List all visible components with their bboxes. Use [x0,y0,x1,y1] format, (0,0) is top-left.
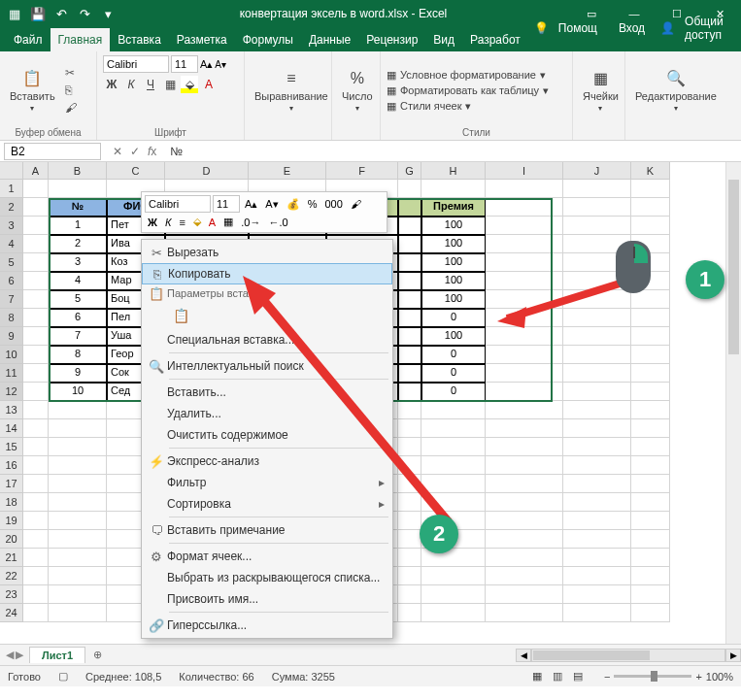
ctx-comment[interactable]: 🗨Вставить примечание [142,519,392,541]
font-name-select[interactable] [103,55,169,73]
underline-button[interactable]: Ч [142,76,159,93]
cell[interactable] [563,512,631,530]
column-header[interactable]: F [326,162,398,180]
shrink-font-icon[interactable]: A▾ [215,59,226,70]
cell[interactable] [563,180,631,198]
cell[interactable] [563,346,631,364]
cell[interactable] [631,198,670,217]
cell[interactable] [49,493,107,512]
tab-insert[interactable]: Вставка [110,28,169,51]
cell[interactable]: 5 [49,290,107,309]
cell[interactable]: 10 [49,383,107,401]
cell[interactable] [421,604,486,622]
paste-option-default-icon[interactable]: 📋 [169,304,192,327]
cells-button[interactable]: ▦ Ячейки ▾ [579,67,623,115]
row-header[interactable]: 24 [0,604,23,622]
cell[interactable] [23,419,49,438]
cell[interactable] [631,180,670,198]
mini-border-icon[interactable]: ▦ [220,215,236,229]
tab-review[interactable]: Рецензир [358,28,425,51]
row-header[interactable]: 3 [0,217,23,235]
ctx-dropdown[interactable]: Выбрать из раскрывающегося списка... [142,567,392,588]
ctx-copy[interactable]: ⎘Копировать [142,263,392,284]
mini-dec-inc-icon[interactable]: .0→ [238,216,263,229]
cell[interactable] [563,401,631,419]
row-header[interactable]: 12 [0,383,23,401]
cell[interactable] [421,456,486,475]
cell[interactable] [23,309,49,327]
row-header[interactable]: 15 [0,438,23,456]
cell[interactable] [631,530,670,549]
cell[interactable] [49,401,107,419]
cell[interactable] [23,180,49,198]
cell[interactable] [398,290,421,309]
cell[interactable] [486,290,563,309]
cell[interactable] [23,346,49,364]
ctx-hyperlink[interactable]: 🔗Гиперссылка... [142,615,392,636]
cell[interactable] [23,438,49,456]
cell[interactable] [631,585,670,604]
cell[interactable] [563,438,631,456]
font-color-button[interactable]: A [200,76,218,93]
cell[interactable]: 4 [49,272,107,290]
column-header[interactable]: K [631,162,670,180]
view-page-break-icon[interactable]: ▤ [569,670,587,682]
cell[interactable] [23,512,49,530]
qat-more-icon[interactable]: ▾ [99,5,117,22]
cell[interactable] [631,567,670,585]
zoom-in-icon[interactable]: + [695,671,701,683]
cancel-formula-icon[interactable]: ✕ [113,145,122,158]
cell[interactable] [563,217,631,235]
cell[interactable]: 100 [421,290,486,309]
cell[interactable] [398,198,421,217]
cell[interactable] [23,401,49,419]
cell[interactable] [398,235,421,253]
view-normal-icon[interactable]: ▦ [528,670,546,682]
cell[interactable] [398,272,421,290]
row-header[interactable]: 6 [0,272,23,290]
cell[interactable] [563,309,631,327]
cell[interactable] [23,493,49,512]
cell[interactable] [563,530,631,549]
cell[interactable] [49,419,107,438]
add-sheet-icon[interactable]: ⊕ [85,649,110,661]
cell[interactable] [49,456,107,475]
ctx-cut[interactable]: ✂Вырезать [142,242,392,263]
tab-layout[interactable]: Разметка [169,28,235,51]
ctx-filter[interactable]: Фильтр▸ [142,472,392,493]
column-headers[interactable]: ABCDEFGHIJK [0,162,670,180]
cell[interactable] [23,327,49,346]
mini-fill-color-icon[interactable]: ⬙ [190,215,204,229]
cell[interactable] [631,475,670,493]
cell[interactable]: 9 [49,364,107,383]
italic-button[interactable]: К [122,76,140,93]
cell[interactable] [49,438,107,456]
cell[interactable] [631,438,670,456]
mini-bold-button[interactable]: Ж [145,216,160,229]
cell[interactable] [398,364,421,383]
cell[interactable] [49,604,107,622]
cell[interactable] [421,475,486,493]
column-header[interactable]: H [421,162,486,180]
row-header[interactable]: 17 [0,475,23,493]
cell[interactable] [563,364,631,383]
vertical-scrollbar[interactable] [725,162,741,644]
sheet-nav-prev-icon[interactable]: ◀ [6,649,14,661]
cell[interactable] [398,180,421,198]
cell[interactable] [486,217,563,235]
border-button[interactable]: ▦ [161,76,179,93]
cell[interactable] [563,604,631,622]
cell[interactable] [486,364,563,383]
cell[interactable]: 0 [421,346,486,364]
vscroll-thumb[interactable] [728,180,739,354]
cell[interactable]: 100 [421,253,486,272]
cell[interactable] [631,327,670,346]
row-header[interactable]: 18 [0,493,23,512]
horizontal-scrollbar[interactable]: ◀ ▶ [516,649,741,662]
mini-dec-dec-icon[interactable]: ←.0 [265,216,290,229]
sign-in[interactable]: Вход [613,17,651,40]
mini-font-name[interactable] [145,195,211,213]
cell[interactable] [23,198,49,217]
ctx-delete[interactable]: Удалить... [142,403,392,424]
cell[interactable] [563,549,631,567]
